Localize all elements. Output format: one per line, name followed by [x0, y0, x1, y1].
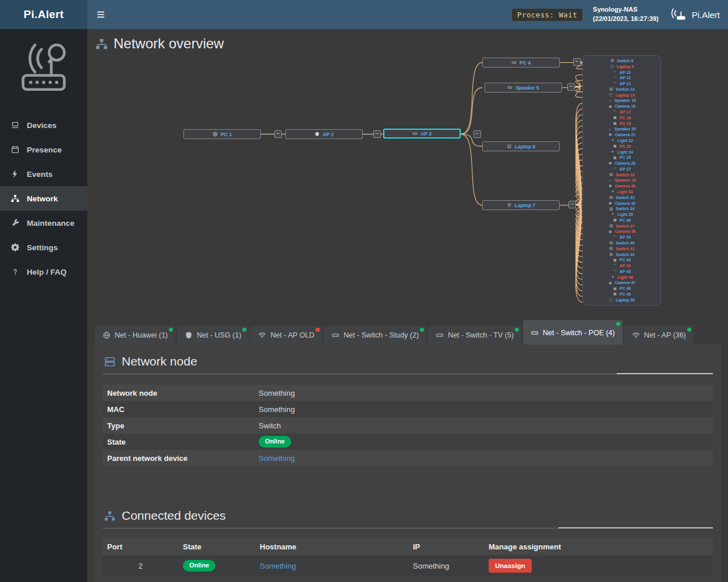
tab-net-switch-poe-4[interactable]: Net - Switch - POE (4) [523, 320, 623, 345]
cluster-device[interactable]: ♪Speaker 20 [588, 127, 656, 131]
ip-cell: Something [408, 562, 484, 570]
cluster-device-label: Light 35 [617, 212, 633, 217]
cluster-device[interactable]: ▤Switch 40 [588, 241, 656, 245]
cluster-device[interactable]: ✦Light 46 [588, 275, 656, 279]
tab-label: Net - USG (1) [197, 331, 241, 339]
switch-icon [507, 85, 513, 90]
cluster-device[interactable]: ▤Switch 28 [588, 173, 656, 177]
laptop-icon [10, 120, 20, 130]
cluster-device[interactable]: ◉Camera 26 [588, 161, 656, 165]
cluster-device[interactable]: ▣PC 49 [588, 292, 656, 296]
cluster-device[interactable]: ◉Camera 33 [588, 201, 656, 205]
column-header-hostname: Hostname [255, 542, 408, 551]
cluster-device[interactable]: ◉Camera 30 [588, 184, 656, 188]
cluster-device[interactable]: ▣PC 18 [588, 116, 656, 120]
collapse-toggle[interactable]: − [373, 130, 381, 138]
cluster-device[interactable]: ✦Light 24 [588, 150, 656, 154]
cluster-device[interactable]: ▤Switch 34 [588, 207, 656, 211]
sidebar-item-settings[interactable]: Settings [0, 235, 87, 260]
cluster-device[interactable]: ◠AP 12 [588, 81, 656, 86]
status-dot-green [515, 328, 519, 332]
net-node-pc-4[interactable]: PC 4 [482, 58, 560, 68]
sidebar-item-devices[interactable]: Devices [0, 113, 87, 137]
cluster-device[interactable]: ▤Switch 32 [588, 196, 656, 200]
hostname-link[interactable]: Something [260, 562, 296, 570]
cluster-device[interactable]: ♪Speaker 15 [588, 98, 656, 102]
cluster-device[interactable]: ✦Light 31 [588, 190, 656, 194]
light-icon: ✦ [610, 212, 615, 217]
tab-net-usg-1[interactable]: Net - USG (1) [177, 326, 249, 345]
tab-net-ap-36[interactable]: Net - AP (36) [624, 326, 694, 345]
unassign-button[interactable]: Unassign [489, 559, 532, 573]
cluster-device[interactable]: ▣PC 23 [588, 144, 656, 148]
cluster-device[interactable]: ◉Camera 38 [588, 229, 656, 233]
cluster-device[interactable]: ◠AP 27 [588, 167, 656, 171]
cluster-device[interactable]: ▣PC 43 [588, 258, 656, 262]
sitemap-icon [10, 194, 20, 203]
cluster-device[interactable]: ▤Switch 13 [588, 87, 656, 91]
cluster-device[interactable]: ◠AP 39 [588, 235, 656, 239]
tab-net-huawei-1[interactable]: Net - Huawei (1) [95, 326, 175, 345]
cluster-device-label: Switch 40 [616, 241, 634, 245]
cluster-device[interactable]: ▣PC 36 [588, 218, 656, 222]
tab-net-switch-study-2[interactable]: Net - Switch - Study (2) [324, 326, 426, 345]
switch-icon [531, 329, 539, 337]
cluster-device[interactable]: ◠AP 10 [588, 70, 656, 74]
hamburger-button[interactable] [87, 0, 114, 29]
cluster-device[interactable]: ▣PC 25 [588, 155, 656, 159]
sidebar-item-presence[interactable]: Presence [0, 137, 87, 162]
cluster-device[interactable]: ✦Light 22 [588, 139, 656, 143]
cluster-device[interactable]: ▤Switch 8 [588, 59, 656, 63]
tab-net-ap-old[interactable]: Net - AP OLD [250, 326, 322, 345]
cluster-device-label: AP 27 [620, 167, 631, 171]
cluster-device[interactable]: ▢Laptop 50 [588, 298, 656, 302]
cluster-device[interactable]: ◉Camera 21 [588, 133, 656, 137]
cluster-device[interactable]: ◠AP 45 [588, 269, 656, 274]
wifi-icon [507, 203, 512, 208]
cluster-device[interactable]: ▤Switch 42 [588, 253, 656, 257]
net-node-ap-3[interactable]: AP 3 [383, 129, 461, 139]
parent-device-link[interactable]: Something [259, 454, 295, 463]
cluster-device[interactable]: ▢Laptop 14 [588, 93, 656, 97]
cluster-device[interactable]: ◉Camera 47 [588, 281, 656, 285]
pc-icon: ▣ [613, 144, 617, 148]
details-panel: Network node Network nodeSomethingMACSom… [94, 345, 721, 582]
cluster-device[interactable]: ◉Camera 16 [588, 104, 656, 108]
calendar-icon [10, 145, 20, 154]
cluster-device-label: Switch 32 [616, 196, 634, 200]
cluster-device[interactable]: ◠AP 17 [588, 110, 656, 114]
ap-icon: ◠ [613, 81, 617, 86]
collapse-toggle[interactable]: − [567, 83, 575, 91]
cluster-device[interactable]: ✦Light 35 [588, 212, 656, 217]
status-dot-red [316, 328, 320, 332]
cluster-device[interactable]: ▢Laptop 9 [588, 65, 656, 69]
sidebar-item-events[interactable]: Events [0, 162, 87, 186]
connected-devices-title: Connected devices [104, 507, 713, 524]
sidebar-item-network[interactable]: Network [0, 186, 87, 211]
sidebar-item-help-faq[interactable]: Help / FAQ [0, 260, 87, 284]
sidebar-item-maintenance[interactable]: Maintenance [0, 211, 87, 235]
ap-icon: ◠ [613, 70, 617, 74]
node-label: Laptop 7 [515, 203, 535, 208]
tab-net-switch-tv-5[interactable]: Net - Switch - TV (5) [428, 326, 521, 345]
cluster-device[interactable]: ◠AP 44 [588, 264, 656, 268]
cluster-device[interactable]: ♪Speaker 29 [588, 178, 656, 182]
cluster-device[interactable]: ▣PC 19 [588, 122, 656, 126]
cluster-device-label: Switch 28 [616, 173, 634, 177]
net-node-laptop-6[interactable]: Laptop 6 [482, 141, 560, 151]
collapse-toggle[interactable]: − [568, 201, 576, 208]
app-logo[interactable]: Pi.Alert [0, 0, 87, 29]
cluster-device[interactable]: ▤Switch 37 [588, 224, 656, 228]
cluster-device[interactable]: ▤Switch 41 [588, 247, 656, 251]
collapse-toggle[interactable]: − [573, 58, 581, 66]
cluster-device[interactable]: ▣PC 48 [588, 286, 656, 290]
net-node-pc-1[interactable]: PC 1 [183, 129, 261, 139]
net-node-ap-2[interactable]: AP 2 [285, 129, 363, 139]
collapse-toggle[interactable]: − [473, 130, 481, 138]
net-node-speaker-5[interactable]: Speaker 5 [485, 83, 562, 93]
cluster-device[interactable]: ◠AP 11 [588, 76, 656, 80]
cluster-device-label: Camera 26 [615, 161, 635, 165]
collapse-toggle[interactable]: − [274, 130, 282, 138]
net-node-laptop-7[interactable]: Laptop 7 [482, 200, 560, 210]
light-icon: ✦ [610, 150, 615, 154]
